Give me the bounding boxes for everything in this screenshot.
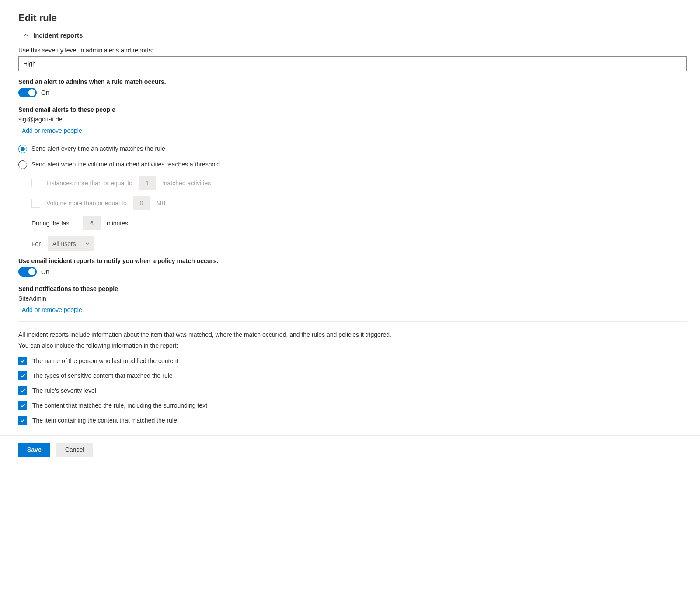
section-header-incident-reports[interactable]: Incident reports: [18, 31, 687, 39]
check-sensitive-types-label: The types of sensitive content that matc…: [32, 372, 173, 379]
for-label: For: [31, 240, 42, 247]
instances-input: [139, 176, 156, 190]
footer: Save Cancel: [0, 435, 700, 465]
during-label: During the last: [31, 220, 77, 227]
check-last-modified[interactable]: [18, 357, 27, 365]
notifications-value: SiteAdmin: [18, 295, 687, 302]
email-alerts-value: sigi@jagott-it.de: [18, 116, 687, 123]
severity-label: Use this severity level in admin alerts …: [18, 47, 687, 54]
severity-dropdown[interactable]: High: [18, 56, 687, 71]
save-button[interactable]: Save: [18, 443, 50, 457]
radio-threshold[interactable]: [18, 160, 27, 169]
check-content-matched-label: The content that matched the rule, inclu…: [32, 402, 207, 409]
check-item-containing[interactable]: [18, 416, 27, 425]
incident-email-state: On: [41, 268, 49, 275]
radio-every-time[interactable]: [18, 145, 27, 153]
volume-suffix: MB: [157, 200, 166, 207]
add-remove-people-link-alerts[interactable]: Add or remove people: [18, 127, 82, 134]
info-line-2: You can also include the following infor…: [18, 341, 687, 350]
incident-email-toggle[interactable]: [18, 267, 37, 277]
chevron-down-icon: [85, 240, 90, 247]
check-severity[interactable]: [18, 386, 27, 395]
for-dropdown[interactable]: All users: [48, 236, 94, 251]
during-input[interactable]: [83, 216, 101, 230]
instances-suffix: matched activities: [162, 180, 211, 187]
check-item-containing-label: The item containing the content that mat…: [32, 417, 177, 424]
for-value: All users: [52, 240, 76, 247]
admin-alert-label: Send an alert to admins when a rule matc…: [18, 78, 687, 85]
check-last-modified-label: The name of the person who last modified…: [32, 357, 178, 364]
instances-label: Instances more than or equal to: [46, 180, 132, 187]
volume-checkbox: [31, 199, 40, 208]
email-alerts-label: Send email alerts to these people: [18, 106, 687, 113]
section-title: Incident reports: [33, 31, 83, 39]
check-content-matched[interactable]: [18, 401, 27, 410]
volume-input: [133, 196, 150, 210]
admin-alert-toggle[interactable]: [18, 88, 37, 97]
volume-label: Volume more than or equal to: [46, 200, 127, 207]
instances-checkbox: [31, 179, 40, 187]
radio-every-time-label: Send alert every time an activity matche…: [31, 145, 165, 152]
check-sensitive-types[interactable]: [18, 371, 27, 380]
incident-email-label: Use email incident reports to notify you…: [18, 257, 687, 264]
severity-value: High: [23, 60, 36, 67]
add-remove-people-link-notifications[interactable]: Add or remove people: [18, 306, 82, 313]
admin-alert-state: On: [41, 89, 49, 96]
page-title: Edit rule: [18, 12, 687, 24]
notifications-label: Send notifications to these people: [18, 285, 687, 292]
check-severity-label: The rule's severity level: [32, 387, 96, 394]
info-line-1: All incident reports include information…: [18, 330, 687, 339]
chevron-up-icon: [23, 32, 29, 38]
cancel-button[interactable]: Cancel: [56, 443, 93, 457]
radio-threshold-label: Send alert when the volume of matched ac…: [31, 160, 220, 168]
during-suffix: minutes: [107, 220, 128, 227]
divider: [18, 321, 687, 322]
